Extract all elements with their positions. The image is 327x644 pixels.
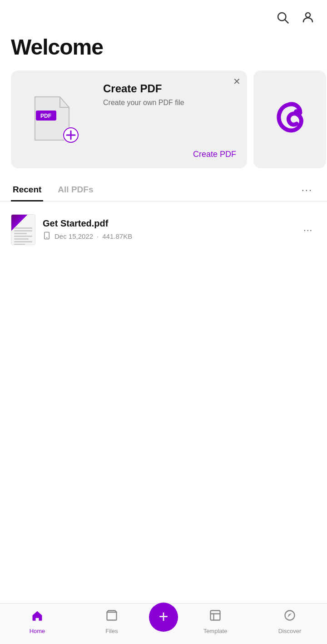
tabs-left: Recent All PDFs — [11, 179, 108, 201]
file-thumbnail — [11, 214, 35, 245]
thumbnail-inner — [11, 215, 35, 245]
create-pdf-card: PDF ✕ Create PDF Create your own PDF fil… — [11, 70, 247, 168]
thumbnail-line — [14, 230, 32, 231]
files-icon — [105, 609, 118, 625]
thumbnail-line — [14, 241, 32, 242]
home-icon — [31, 609, 44, 625]
svg-point-2 — [306, 13, 310, 17]
plus-circle-svg — [62, 126, 79, 144]
template-icon — [209, 609, 222, 625]
thumbnail-line — [14, 236, 32, 237]
file-name: Get Started.pdf — [43, 218, 292, 229]
thumbnail-line — [14, 244, 25, 245]
plus-icon: + — [159, 609, 168, 625]
svg-text:PDF: PDF — [40, 113, 51, 119]
svg-line-1 — [285, 20, 288, 23]
tab-recent[interactable]: Recent — [11, 179, 43, 201]
profile-button[interactable] — [300, 9, 316, 25]
svg-rect-13 — [211, 610, 220, 620]
file-list: Get Started.pdf Dec 15,2022 · 441.87KB ·… — [0, 201, 327, 258]
svg-marker-17 — [287, 613, 292, 617]
thumbnail-line — [14, 233, 27, 234]
file-size: 441.87KB — [102, 232, 132, 240]
nav-item-template[interactable]: Template — [178, 609, 253, 634]
create-pdf-link[interactable]: Create PDF — [193, 150, 236, 159]
nav-item-discover[interactable]: Discover — [253, 609, 327, 634]
nav-label-files: Files — [105, 628, 118, 634]
pdf-icon: PDF — [30, 95, 80, 145]
header — [0, 0, 327, 30]
file-more-button[interactable]: ··· — [300, 221, 316, 239]
file-meta: Dec 15,2022 · 441.87KB — [43, 231, 292, 241]
nav-item-home[interactable]: Home — [0, 609, 74, 634]
card-description: Create your own PDF file — [103, 99, 238, 107]
file-info: Get Started.pdf Dec 15,2022 · 441.87KB — [43, 218, 292, 241]
nav-label-home: Home — [30, 628, 45, 634]
tabs-section: Recent All PDFs ··· — [0, 179, 327, 201]
brand-logo-svg — [269, 99, 310, 140]
page-title: Welcome — [0, 30, 327, 70]
search-button[interactable] — [274, 9, 291, 25]
nav-label-template: Template — [203, 628, 228, 634]
nav-label-discover: Discover — [278, 628, 302, 634]
thumbnail-line — [14, 227, 32, 229]
table-row: Get Started.pdf Dec 15,2022 · 441.87KB ·… — [11, 209, 316, 251]
svg-point-10 — [294, 109, 299, 115]
thumbnail-line — [14, 238, 29, 240]
nav-item-files[interactable]: Files — [74, 609, 149, 634]
device-icon — [43, 231, 51, 241]
card-content: ✕ Create PDF Create your own PDF file Cr… — [99, 70, 247, 168]
tab-all-pdfs[interactable]: All PDFs — [56, 179, 95, 201]
nav-item-add[interactable]: + — [149, 603, 178, 641]
brand-card[interactable] — [253, 70, 326, 168]
discover-icon — [283, 609, 296, 625]
card-title: Create PDF — [103, 82, 238, 95]
cards-section: PDF ✕ Create PDF Create your own PDF fil… — [0, 70, 327, 168]
bottom-nav: Home Files + Template — [0, 603, 327, 644]
card-icon-area: PDF — [11, 70, 99, 168]
thumbnail-lines — [11, 215, 35, 245]
file-meta-separator: · — [97, 232, 99, 240]
card-action: Create PDF — [103, 150, 238, 161]
file-date: Dec 15,2022 — [54, 232, 93, 240]
add-button[interactable]: + — [149, 603, 178, 632]
tabs-more-button[interactable]: ··· — [298, 181, 316, 200]
card-close-button[interactable]: ✕ — [233, 77, 241, 86]
